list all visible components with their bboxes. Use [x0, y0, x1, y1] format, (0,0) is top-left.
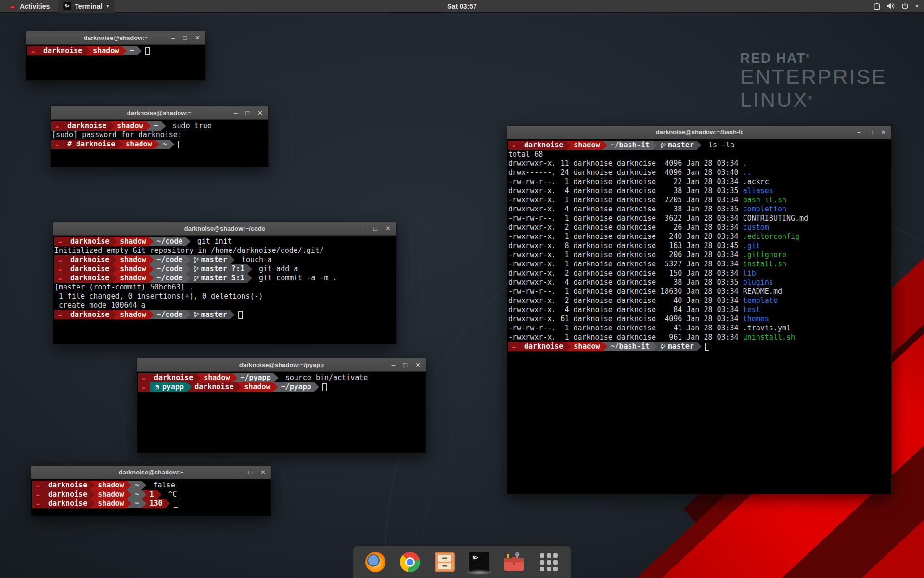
titlebar[interactable]: darknoise@shadow:~ – □ ✕ [31, 466, 271, 479]
terminal-line: drwxrwxr-x. 11 darknoise darknoise 4096 … [508, 159, 891, 168]
terminal-line: darknoiseshadow~/bash-itmaster ls -la [508, 141, 891, 150]
prompt-segment-host: shadow [196, 373, 237, 382]
terminal-line: Initialized empty Git repository in /hom… [54, 246, 396, 255]
close-button[interactable]: ✕ [260, 469, 266, 475]
maximize-button[interactable]: □ [869, 129, 873, 135]
dock-firefox-icon[interactable] [364, 551, 386, 573]
command-text: touch a [237, 255, 272, 264]
minimize-button[interactable]: – [857, 129, 860, 135]
git-branch-icon [193, 257, 199, 263]
terminal-content[interactable]: darknoiseshadow~ falsedarknoiseshadow~1 … [31, 479, 271, 516]
minimize-button[interactable]: – [392, 362, 395, 368]
redhat-icon [9, 3, 16, 9]
terminal-line: darknoiseshadow~/pyapp source bin/activa… [138, 373, 425, 382]
file-row-meta: -rwxrwxr-x. 1 darknoise darknoise 240 Ja… [508, 232, 743, 241]
command-text: false [149, 481, 175, 490]
prompt-segment-host: shadow [85, 46, 127, 55]
file-row-meta: drwxrwxr-x. 4 darknoise darknoise 38 Jan… [508, 278, 743, 287]
terminal-content[interactable]: darknoiseshadow~/bash-itmaster ls -latot… [507, 139, 891, 494]
titlebar[interactable]: darknoise@shadow:~ – □ ✕ [51, 106, 268, 120]
prompt-segment-user: # darknoise [63, 140, 123, 149]
terminal-content[interactable]: darknoiseshadow~/code git initInitialize… [53, 236, 396, 344]
terminal-line: darknoiseshadow~/codemaster ?:1 git add … [54, 264, 396, 274]
redhat-prompt-icon [508, 342, 520, 351]
prompt-segment-git: master [653, 342, 702, 351]
close-button[interactable]: ✕ [195, 35, 200, 41]
command-text: git add a [255, 264, 298, 274]
prompt-segment-user: darknoise [63, 121, 114, 131]
app-menu-terminal[interactable]: $> Terminal ▼ [58, 0, 115, 13]
minimize-button[interactable]: – [171, 35, 175, 41]
dock-terminal-icon[interactable]: $> [468, 551, 490, 573]
active-app-glow [465, 569, 493, 575]
battery-icon[interactable] [873, 2, 880, 10]
clock[interactable]: Sat 03:57 [447, 0, 476, 13]
volume-icon[interactable] [886, 2, 895, 10]
file-name: install.sh [743, 260, 786, 269]
prompt-segment-host: shadow [112, 264, 154, 274]
minimize-button[interactable]: – [362, 225, 365, 232]
terminal-line: -rwxrwxr-x. 1 darknoise darknoise 240 Ja… [508, 232, 891, 241]
dock-chrome-icon[interactable] [399, 551, 421, 573]
maximize-button[interactable]: □ [248, 469, 252, 475]
terminal-line: -rwxrwxr-x. 1 darknoise darknoise 5327 J… [508, 260, 891, 269]
titlebar[interactable]: darknoise@shadow:~ – □ ✕ [26, 31, 205, 45]
redhat-prompt-icon [27, 46, 39, 55]
prompt-segment-path: ~/code [149, 310, 190, 319]
terminal-line: darknoiseshadow~ sudo true [51, 121, 268, 131]
power-icon[interactable] [901, 2, 909, 10]
titlebar[interactable]: darknoise@shadow:~/pyapp – □ ✕ [137, 358, 426, 372]
chevron-down-icon: ▼ [106, 4, 110, 9]
terminal-cursor [322, 383, 327, 391]
activities-button[interactable]: Activities [5, 0, 53, 13]
close-button[interactable]: ✕ [415, 362, 421, 368]
maximize-button[interactable]: □ [183, 35, 187, 41]
terminal-line: drwxrwxr-x. 4 darknoise darknoise 38 Jan… [508, 205, 891, 214]
prompt-segment-git: master [186, 310, 235, 319]
titlebar[interactable]: darknoise@shadow:~/code – □ ✕ [53, 222, 396, 236]
terminal-content[interactable]: darknoiseshadow~ [26, 45, 205, 80]
terminal-line: drwxrwxr-x. 8 darknoise darknoise 163 Ja… [508, 241, 891, 250]
terminal-line: create mode 100644 a [54, 301, 396, 310]
minimize-button[interactable]: – [234, 110, 237, 116]
maximize-button[interactable]: □ [245, 110, 249, 116]
dock-toolbox-icon[interactable] [503, 551, 525, 573]
close-button[interactable]: ✕ [257, 110, 263, 116]
titlebar[interactable]: darknoise@shadow:~/bash-it – □ ✕ [507, 126, 891, 139]
prompt-segment-host: shadow [90, 490, 131, 499]
prompt-segment-user: darknoise [44, 490, 95, 499]
terminal-content[interactable]: darknoiseshadow~ sudo true[sudo] passwor… [51, 120, 268, 167]
prompt-segment-host: shadow [566, 141, 607, 150]
redhat-prompt-icon [51, 121, 63, 131]
redhat-prompt-icon [54, 255, 66, 264]
file-row-meta: drwx------. 24 darknoise darknoise 4096 … [508, 168, 743, 177]
file-name: lib [743, 269, 756, 278]
maximize-button[interactable]: □ [373, 225, 377, 232]
terminal-content[interactable]: darknoiseshadow~/pyapp source bin/activa… [137, 372, 426, 453]
maximize-button[interactable]: □ [403, 362, 407, 368]
dock-files-icon[interactable] [434, 551, 456, 573]
prompt-segment-user: darknoise [66, 237, 117, 246]
redhat-prompt-icon [51, 140, 63, 149]
file-name: themes [743, 315, 769, 324]
redhat-prompt-icon [511, 344, 517, 349]
terminal-line: 1 file changed, 0 insertions(+), 0 delet… [54, 292, 396, 301]
terminal-line: pyappdarknoiseshadow~/pyapp [138, 382, 425, 392]
git-branch-icon [193, 266, 199, 272]
redhat-prompt-icon [54, 124, 61, 129]
file-row-meta: drwxrwxr-x. 2 darknoise darknoise 40 Jan… [508, 296, 743, 305]
file-name: .ackrc [743, 177, 769, 186]
close-button[interactable]: ✕ [385, 225, 391, 232]
rhel-logo-enterprise: ENTERPRISE [740, 66, 887, 87]
prompt-segment-user: darknoise [66, 274, 117, 283]
minimize-button[interactable]: – [237, 469, 240, 475]
terminal-line: -rw-rw-r--. 1 darknoise darknoise 22 Jan… [508, 177, 891, 186]
dock-app-grid-icon[interactable] [538, 551, 560, 573]
terminal-window-home-1: darknoise@shadow:~ – □ ✕ darknoiseshadow… [26, 31, 206, 81]
file-row-meta: drwxrwxr-x. 4 darknoise darknoise 38 Jan… [508, 205, 743, 214]
prompt-segment-path: ~/code [149, 255, 190, 264]
close-button[interactable]: ✕ [881, 129, 886, 135]
file-name: . [743, 159, 747, 168]
chevron-down-icon[interactable]: ▼ [915, 4, 919, 9]
terminal-line: -rwxrwxr-x. 1 darknoise darknoise 2205 J… [508, 196, 891, 205]
